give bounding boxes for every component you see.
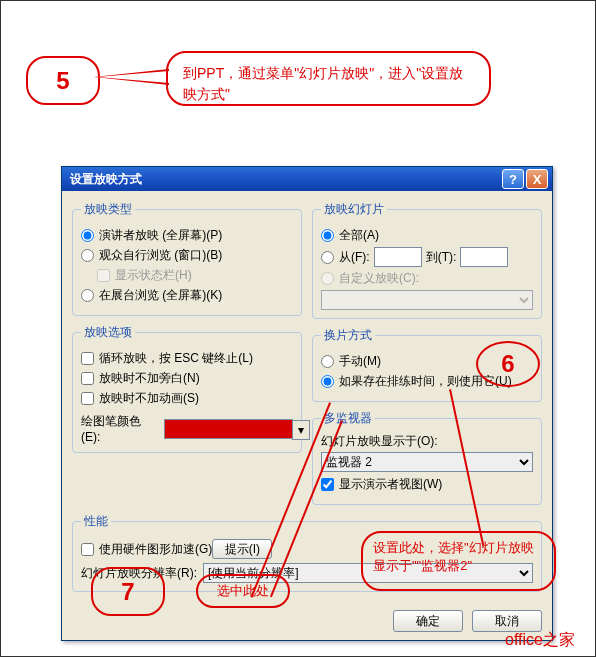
manual-radio[interactable] bbox=[321, 355, 334, 368]
hw-accel-check[interactable] bbox=[81, 543, 94, 556]
step-5-badge: 5 bbox=[26, 56, 100, 105]
tips-button[interactable]: 提示(I) bbox=[212, 539, 272, 559]
to-label: 到(T): bbox=[426, 249, 457, 266]
loop-label: 循环放映，按 ESC 键终止(L) bbox=[99, 350, 253, 367]
custom-select bbox=[321, 290, 533, 310]
all-radio[interactable] bbox=[321, 229, 334, 242]
to-input[interactable] bbox=[460, 247, 508, 267]
loop-check[interactable] bbox=[81, 352, 94, 365]
performance-legend: 性能 bbox=[81, 513, 111, 530]
show-slides-group: 放映幻灯片 全部(A) 从(F):到(T): 自定义放映(C): bbox=[312, 201, 542, 319]
from-input[interactable] bbox=[374, 247, 422, 267]
no-animation-label: 放映时不加动画(S) bbox=[99, 390, 199, 407]
help-button[interactable]: ? bbox=[502, 169, 524, 189]
cancel-button[interactable]: 取消 bbox=[472, 610, 542, 632]
monitor-select[interactable]: 监视器 2 bbox=[321, 452, 533, 472]
step-5-callout: 到PPT，通过菜单"幻灯片放映"，进入"设置放映方式" bbox=[166, 51, 491, 106]
show-slides-legend: 放映幻灯片 bbox=[321, 201, 387, 218]
kiosk-label: 在展台浏览 (全屏幕)(K) bbox=[99, 287, 222, 304]
watermark: office之家 bbox=[505, 630, 575, 651]
pen-color-picker[interactable] bbox=[164, 419, 293, 439]
step-7-callout: 选中此处 bbox=[196, 574, 290, 608]
custom-radio bbox=[321, 272, 334, 285]
presenter-label: 演讲者放映 (全屏幕)(P) bbox=[99, 227, 222, 244]
from-radio[interactable] bbox=[321, 251, 334, 264]
presenter-view-check[interactable] bbox=[321, 478, 334, 491]
no-animation-check[interactable] bbox=[81, 392, 94, 405]
ok-button[interactable]: 确定 bbox=[393, 610, 463, 632]
statusbar-check bbox=[97, 269, 110, 282]
show-options-group: 放映选项 循环放映，按 ESC 键终止(L) 放映时不加旁白(N) 放映时不加动… bbox=[72, 324, 302, 453]
manual-label: 手动(M) bbox=[339, 353, 381, 370]
show-type-group: 放映类型 演讲者放映 (全屏幕)(P) 观众自行浏览 (窗口)(B) 显示状态栏… bbox=[72, 201, 302, 316]
all-label: 全部(A) bbox=[339, 227, 379, 244]
monitors-legend: 多监视器 bbox=[321, 410, 375, 427]
browsed-radio[interactable] bbox=[81, 249, 94, 262]
advance-legend: 换片方式 bbox=[321, 327, 375, 344]
dialog-title: 设置放映方式 bbox=[66, 171, 500, 188]
pen-color-label: 绘图笔颜色(E): bbox=[81, 413, 158, 444]
presenter-view-label: 显示演示者视图(W) bbox=[339, 476, 442, 493]
close-button[interactable]: X bbox=[526, 169, 548, 189]
page: 5 到PPT，通过菜单"幻灯片放映"，进入"设置放映方式" 设置放映方式 ? X… bbox=[0, 0, 596, 657]
show-options-legend: 放映选项 bbox=[81, 324, 135, 341]
hw-accel-label: 使用硬件图形加速(G) bbox=[99, 541, 212, 558]
step-7-badge: 7 bbox=[91, 567, 165, 616]
kiosk-radio[interactable] bbox=[81, 289, 94, 302]
step-6-callout: 设置此处，选择"幻灯片放映显示于""监视器2" bbox=[361, 531, 556, 591]
display-on-label: 幻灯片放映显示于(O): bbox=[321, 433, 533, 450]
statusbar-label: 显示状态栏(H) bbox=[115, 267, 192, 284]
presenter-radio[interactable] bbox=[81, 229, 94, 242]
timings-radio[interactable] bbox=[321, 375, 334, 388]
no-narration-check[interactable] bbox=[81, 372, 94, 385]
titlebar[interactable]: 设置放映方式 ? X bbox=[62, 167, 552, 191]
callout-pointer bbox=[94, 69, 169, 85]
from-label: 从(F): bbox=[339, 249, 370, 266]
monitors-group: 多监视器 幻灯片放映显示于(O): 监视器 2 显示演示者视图(W) bbox=[312, 410, 542, 505]
custom-label: 自定义放映(C): bbox=[339, 270, 419, 287]
show-type-legend: 放映类型 bbox=[81, 201, 135, 218]
no-narration-label: 放映时不加旁白(N) bbox=[99, 370, 200, 387]
browsed-label: 观众自行浏览 (窗口)(B) bbox=[99, 247, 222, 264]
step-6-badge: 6 bbox=[476, 341, 540, 387]
